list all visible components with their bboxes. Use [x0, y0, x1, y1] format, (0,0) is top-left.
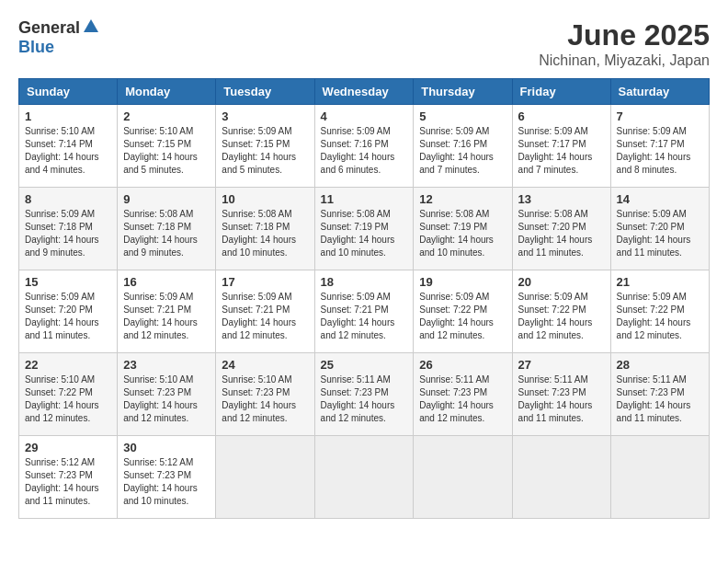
sunset-label: Sunset: 7:23 PM [518, 387, 586, 397]
daylight-label: Daylight: 14 hours and 10 minutes. [222, 235, 296, 258]
col-saturday: Saturday [610, 79, 709, 105]
sunrise-label: Sunrise: 5:08 AM [123, 209, 193, 219]
daylight-label: Daylight: 14 hours and 11 minutes. [518, 400, 593, 423]
daylight-label: Daylight: 14 hours and 12 minutes. [419, 400, 494, 423]
daylight-label: Daylight: 14 hours and 12 minutes. [617, 317, 691, 340]
sunset-label: Sunset: 7:22 PM [25, 387, 93, 397]
sunset-label: Sunset: 7:19 PM [419, 222, 487, 232]
daylight-label: Daylight: 14 hours and 10 minutes. [419, 235, 494, 258]
sunrise-label: Sunrise: 5:11 AM [321, 374, 391, 385]
sunset-label: Sunset: 7:23 PM [123, 470, 191, 480]
day-info: Sunrise: 5:08 AM Sunset: 7:20 PM Dayligh… [518, 208, 605, 259]
sunset-label: Sunset: 7:22 PM [419, 304, 487, 315]
table-row: 23 Sunrise: 5:10 AM Sunset: 7:23 PM Dayl… [118, 353, 216, 436]
table-row: 10 Sunrise: 5:08 AM Sunset: 7:18 PM Dayl… [216, 188, 314, 270]
table-row: 14 Sunrise: 5:09 AM Sunset: 7:20 PM Dayl… [610, 188, 709, 270]
day-info: Sunrise: 5:10 AM Sunset: 7:15 PM Dayligh… [123, 125, 210, 177]
daylight-label: Daylight: 14 hours and 12 minutes. [222, 317, 296, 340]
day-number: 9 [123, 192, 210, 206]
day-info: Sunrise: 5:09 AM Sunset: 7:21 PM Dayligh… [123, 291, 210, 342]
col-wednesday: Wednesday [314, 79, 414, 105]
day-number: 24 [222, 358, 308, 372]
daylight-label: Daylight: 14 hours and 12 minutes. [321, 400, 395, 423]
daylight-label: Daylight: 14 hours and 9 minutes. [123, 235, 198, 258]
sunset-label: Sunset: 7:21 PM [123, 304, 191, 315]
sunset-label: Sunset: 7:23 PM [25, 470, 93, 480]
sunrise-label: Sunrise: 5:11 AM [419, 374, 489, 385]
sunrise-label: Sunrise: 5:09 AM [222, 292, 291, 302]
sunrise-label: Sunrise: 5:11 AM [617, 374, 687, 385]
col-friday: Friday [512, 79, 610, 105]
daylight-label: Daylight: 14 hours and 11 minutes. [25, 483, 99, 506]
calendar-week-row: 22 Sunrise: 5:10 AM Sunset: 7:22 PM Dayl… [19, 353, 710, 436]
day-number: 19 [419, 275, 506, 289]
day-info: Sunrise: 5:09 AM Sunset: 7:16 PM Dayligh… [419, 125, 506, 177]
table-row: 4 Sunrise: 5:09 AM Sunset: 7:16 PM Dayli… [314, 105, 414, 188]
day-info: Sunrise: 5:09 AM Sunset: 7:21 PM Dayligh… [222, 291, 308, 342]
col-monday: Monday [118, 79, 216, 105]
sunset-label: Sunset: 7:15 PM [123, 139, 191, 149]
sunrise-label: Sunrise: 5:09 AM [518, 292, 588, 302]
table-row: 20 Sunrise: 5:09 AM Sunset: 7:22 PM Dayl… [512, 270, 610, 353]
sunrise-label: Sunrise: 5:09 AM [518, 126, 588, 136]
day-info: Sunrise: 5:11 AM Sunset: 7:23 PM Dayligh… [321, 373, 408, 425]
day-info: Sunrise: 5:10 AM Sunset: 7:23 PM Dayligh… [222, 373, 308, 425]
table-row: 17 Sunrise: 5:09 AM Sunset: 7:21 PM Dayl… [216, 270, 314, 353]
day-info: Sunrise: 5:09 AM Sunset: 7:16 PM Dayligh… [321, 125, 408, 177]
table-row: 7 Sunrise: 5:09 AM Sunset: 7:17 PM Dayli… [610, 105, 709, 188]
sunrise-label: Sunrise: 5:08 AM [321, 209, 391, 219]
sunset-label: Sunset: 7:23 PM [123, 387, 191, 397]
day-number: 3 [222, 109, 308, 123]
table-row: 26 Sunrise: 5:11 AM Sunset: 7:23 PM Dayl… [414, 353, 512, 436]
sunrise-label: Sunrise: 5:10 AM [123, 126, 193, 136]
day-info: Sunrise: 5:09 AM Sunset: 7:22 PM Dayligh… [518, 291, 605, 342]
sunrise-label: Sunrise: 5:09 AM [25, 209, 95, 219]
day-info: Sunrise: 5:09 AM Sunset: 7:17 PM Dayligh… [518, 125, 605, 177]
day-info: Sunrise: 5:10 AM Sunset: 7:22 PM Dayligh… [25, 373, 111, 425]
day-number: 22 [25, 358, 111, 372]
col-thursday: Thursday [414, 79, 512, 105]
col-tuesday: Tuesday [216, 79, 314, 105]
day-info: Sunrise: 5:08 AM Sunset: 7:18 PM Dayligh… [222, 208, 308, 259]
daylight-label: Daylight: 14 hours and 11 minutes. [617, 400, 691, 423]
table-row: 3 Sunrise: 5:09 AM Sunset: 7:15 PM Dayli… [216, 105, 314, 188]
daylight-label: Daylight: 14 hours and 12 minutes. [25, 400, 99, 423]
sunset-label: Sunset: 7:16 PM [419, 139, 487, 149]
day-number: 20 [518, 275, 605, 289]
table-row: 19 Sunrise: 5:09 AM Sunset: 7:22 PM Dayl… [414, 270, 512, 353]
sunset-label: Sunset: 7:14 PM [25, 139, 93, 149]
day-number: 21 [617, 275, 703, 289]
daylight-label: Daylight: 14 hours and 12 minutes. [419, 317, 494, 340]
day-number: 30 [123, 441, 210, 454]
table-row: 9 Sunrise: 5:08 AM Sunset: 7:18 PM Dayli… [118, 188, 216, 270]
location-title: Nichinan, Miyazaki, Japan [539, 52, 710, 69]
table-row: 21 Sunrise: 5:09 AM Sunset: 7:22 PM Dayl… [610, 270, 709, 353]
day-number: 7 [617, 109, 703, 123]
day-info: Sunrise: 5:09 AM Sunset: 7:22 PM Dayligh… [419, 291, 506, 342]
daylight-label: Daylight: 14 hours and 5 minutes. [123, 152, 198, 175]
logo-blue-text: Blue [18, 38, 54, 57]
day-info: Sunrise: 5:11 AM Sunset: 7:23 PM Dayligh… [419, 373, 506, 425]
sunrise-label: Sunrise: 5:08 AM [518, 209, 588, 219]
calendar-week-row: 1 Sunrise: 5:10 AM Sunset: 7:14 PM Dayli… [19, 105, 710, 188]
table-row [216, 436, 314, 519]
daylight-label: Daylight: 14 hours and 9 minutes. [25, 235, 99, 258]
sunset-label: Sunset: 7:18 PM [25, 222, 93, 232]
table-row [610, 436, 709, 519]
svg-marker-0 [84, 19, 98, 32]
sunrise-label: Sunrise: 5:08 AM [419, 209, 489, 219]
sunset-label: Sunset: 7:23 PM [222, 387, 290, 397]
calendar-table: Sunday Monday Tuesday Wednesday Thursday… [18, 78, 710, 519]
table-row: 11 Sunrise: 5:08 AM Sunset: 7:19 PM Dayl… [314, 188, 414, 270]
day-info: Sunrise: 5:09 AM Sunset: 7:15 PM Dayligh… [222, 125, 308, 177]
sunset-label: Sunset: 7:22 PM [518, 304, 586, 315]
sunset-label: Sunset: 7:23 PM [617, 387, 685, 397]
sunrise-label: Sunrise: 5:12 AM [123, 457, 193, 467]
day-info: Sunrise: 5:11 AM Sunset: 7:23 PM Dayligh… [617, 373, 703, 425]
sunset-label: Sunset: 7:21 PM [321, 304, 389, 315]
sunrise-label: Sunrise: 5:09 AM [321, 292, 391, 302]
table-row: 28 Sunrise: 5:11 AM Sunset: 7:23 PM Dayl… [610, 353, 709, 436]
day-number: 2 [123, 109, 210, 123]
header: General Blue June 2025 Nichinan, Miyazak… [18, 18, 710, 69]
calendar-week-row: 8 Sunrise: 5:09 AM Sunset: 7:18 PM Dayli… [19, 188, 710, 270]
